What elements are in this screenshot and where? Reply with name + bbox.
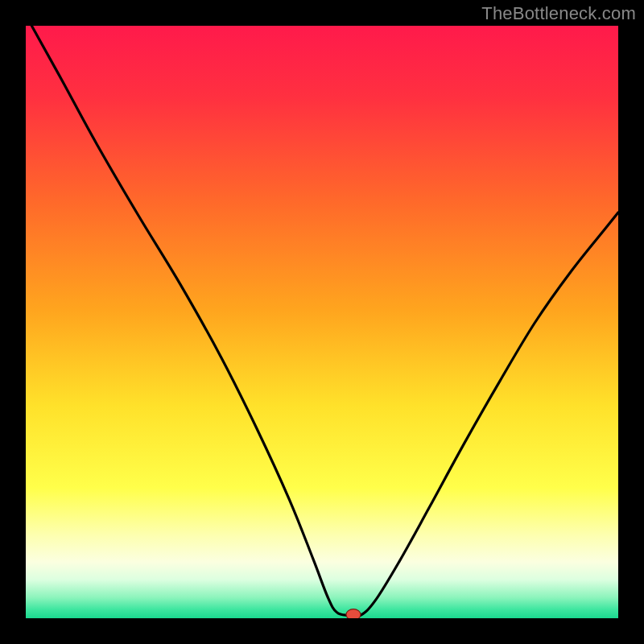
frame-right: [618, 0, 644, 644]
bottleneck-chart: [0, 0, 644, 644]
plot-background: [26, 26, 618, 618]
attribution-label: TheBottleneck.com: [481, 3, 636, 24]
frame-left: [0, 0, 26, 644]
frame-bottom: [0, 618, 644, 644]
